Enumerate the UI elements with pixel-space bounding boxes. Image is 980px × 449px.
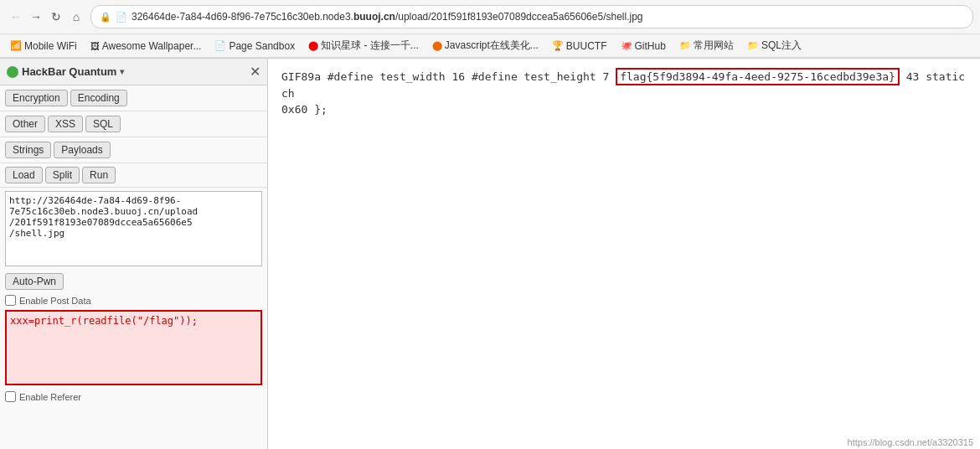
home-button[interactable]: ⌂ — [67, 8, 85, 26]
content-area: GIF89a #define test_width 16 #define tes… — [268, 59, 980, 449]
flag-value: flag{5f9d3894-49fa-4eed-9275-16cedbd39e3… — [616, 68, 900, 85]
bookmark-label: 知识星球 - 连接一千... — [321, 39, 419, 53]
bookmark-icon: 📁 — [679, 40, 691, 51]
payloads-button[interactable]: Payloads — [54, 142, 110, 158]
encryption-button[interactable]: Encryption — [5, 90, 68, 106]
browser-toolbar: ← → ↻ ⌂ 🔒 📄 326464de-7a84-4d69-8f96-7e75… — [0, 0, 980, 34]
bookmark-javascript[interactable]: ⬤ Javascript在线美化... — [429, 37, 542, 54]
browser-chrome: ← → ↻ ⌂ 🔒 📄 326464de-7a84-4d69-8f96-7e75… — [0, 0, 980, 59]
lock-icon: 🔒 — [100, 12, 111, 23]
green-dot-icon — [7, 66, 18, 78]
address-bar[interactable]: 🔒 📄 326464de-7a84-4d69-8f96-7e75c16c30eb… — [90, 5, 973, 28]
sidebar-title-text: HackBar Quantum — [22, 65, 116, 78]
toolbar-buttons: Encryption Encoding — [0, 85, 267, 111]
bookmark-icon: 📶 — [10, 40, 22, 51]
bookmark-icon: 📄 — [214, 40, 226, 51]
bookmark-label: GitHub — [635, 40, 666, 52]
url-prefix: 326464de-7a84-4d69-8f96-7e75c16c30eb.nod… — [132, 11, 353, 23]
sidebar-title[interactable]: HackBar Quantum ▾ — [7, 65, 124, 78]
bookmark-buuctf[interactable]: 🏆 BUUCTF — [549, 39, 611, 54]
page-content: GIF89a #define test_width 16 #define tes… — [281, 69, 967, 118]
bookmarks-bar: 📶 Mobile WiFi 🖼 Awesome Wallpaper... 📄 P… — [0, 34, 980, 58]
bookmark-wallpaper[interactable]: 🖼 Awesome Wallpaper... — [87, 39, 205, 54]
bottom-url: https://blog.csdn.net/a3320315 — [848, 437, 973, 447]
url-display: 326464de-7a84-4d69-8f96-7e75c16c30eb.nod… — [132, 11, 964, 23]
enable-post-data-label: Enable Post Data — [19, 296, 91, 306]
post-data-input[interactable]: xxx=print_r(readfile("/flag")); — [5, 310, 262, 385]
action-buttons: Load Split Run — [0, 163, 267, 188]
bookmark-sandbox[interactable]: 📄 Page Sandbox — [211, 39, 298, 54]
bookmark-icon: ⬤ — [308, 40, 318, 51]
url-bold: buuoj.cn — [353, 11, 395, 23]
toolbar-buttons-row3: Strings Payloads — [0, 137, 267, 163]
sql-button[interactable]: SQL — [85, 116, 121, 132]
bookmark-label: Awesome Wallpaper... — [102, 40, 202, 52]
auto-pwn-button[interactable]: Auto-Pwn — [5, 273, 64, 290]
strings-button[interactable]: Strings — [5, 142, 51, 158]
bookmark-icon: 🐙 — [621, 40, 632, 51]
bookmark-label: BUUCTF — [566, 40, 607, 52]
bookmark-icon: 📁 — [747, 40, 759, 51]
bookmark-common[interactable]: 📁 常用网站 — [676, 37, 737, 54]
xss-button[interactable]: XSS — [48, 116, 83, 132]
enable-referer-row: Enable Referer — [0, 388, 267, 405]
chevron-down-icon: ▾ — [120, 67, 124, 76]
load-button[interactable]: Load — [5, 167, 43, 183]
content-second-line: 0x60 }; — [281, 103, 328, 116]
bookmark-label: Javascript在线美化... — [445, 39, 539, 53]
bookmark-icon: ⬤ — [432, 40, 442, 51]
main-layout: HackBar Quantum ▾ ✕ Encryption Encoding … — [0, 59, 980, 449]
enable-referer-checkbox[interactable] — [5, 391, 16, 402]
url-suffix: /upload/201f591f8193e07089dccea5a65606e5… — [395, 11, 643, 23]
page-icon: 📄 — [116, 12, 127, 23]
bookmark-sql[interactable]: 📁 SQL注入 — [744, 37, 805, 54]
content-text-before: GIF89a #define test_width 16 #define tes… — [281, 70, 616, 83]
bookmark-label: SQL注入 — [761, 39, 802, 53]
bookmark-label: Page Sandbox — [229, 40, 295, 52]
auto-pwn-section: Auto-Pwn — [0, 270, 267, 293]
enable-referer-label: Enable Referer — [19, 392, 81, 402]
split-button[interactable]: Split — [45, 167, 80, 183]
forward-button[interactable]: → — [27, 8, 45, 26]
sidebar-header: HackBar Quantum ▾ ✕ — [0, 59, 267, 85]
close-button[interactable]: ✕ — [250, 64, 260, 80]
enable-post-data-row: Enable Post Data — [0, 293, 267, 307]
bookmark-icon: 🏆 — [552, 40, 564, 51]
encoding-button[interactable]: Encoding — [70, 90, 127, 106]
bottom-bar: https://blog.csdn.net/a3320315 — [848, 437, 973, 447]
bookmark-github[interactable]: 🐙 GitHub — [617, 39, 669, 54]
other-button[interactable]: Other — [5, 116, 45, 132]
reload-button[interactable]: ↻ — [47, 8, 65, 26]
back-button[interactable]: ← — [7, 8, 25, 26]
url-input[interactable]: http://326464de-7a84-4d69-8f96-7e75c16c3… — [5, 191, 262, 266]
bookmark-label: Mobile WiFi — [24, 40, 77, 52]
nav-buttons: ← → ↻ ⌂ — [7, 8, 85, 26]
bookmark-label: 常用网站 — [694, 39, 734, 53]
bookmark-mobile-wifi[interactable]: 📶 Mobile WiFi — [7, 39, 80, 54]
bookmark-icon: 🖼 — [90, 41, 100, 51]
hackbar-sidebar: HackBar Quantum ▾ ✕ Encryption Encoding … — [0, 59, 268, 449]
bookmark-zhishi[interactable]: ⬤ 知识星球 - 连接一千... — [305, 37, 422, 54]
enable-post-data-checkbox[interactable] — [5, 295, 16, 306]
toolbar-buttons-row2: Other XSS SQL — [0, 111, 267, 137]
run-button[interactable]: Run — [82, 167, 116, 183]
